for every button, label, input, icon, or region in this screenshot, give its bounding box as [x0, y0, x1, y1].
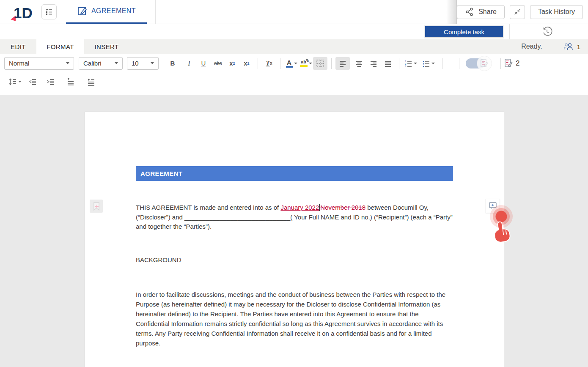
- borders-button[interactable]: [313, 57, 327, 70]
- borders-icon: [316, 59, 324, 68]
- spacing-before-button[interactable]: [63, 75, 78, 88]
- underline-glyph: U: [201, 60, 206, 67]
- font-family-value: Calibri: [83, 60, 102, 67]
- document-title-bar: AGREEMENT: [136, 166, 453, 181]
- clear-formatting-x: x: [270, 61, 272, 66]
- toolbar-divider: [280, 58, 280, 69]
- tab-edit[interactable]: EDIT: [0, 39, 36, 54]
- tab-insert[interactable]: INSERT: [84, 39, 129, 54]
- numbered-list-button[interactable]: 123: [403, 57, 418, 70]
- history-button[interactable]: [541, 25, 553, 38]
- toolbar-divider: [500, 58, 501, 69]
- text-color-glyph: A: [287, 59, 291, 66]
- superscript-button[interactable]: x2: [225, 57, 239, 70]
- line-spacing-button[interactable]: [8, 75, 22, 88]
- clear-formatting-button[interactable]: Tx: [262, 57, 276, 70]
- status-text: Ready.: [521, 43, 542, 50]
- task-history-button[interactable]: Task History: [530, 5, 583, 19]
- complete-task-button[interactable]: Complete task: [425, 26, 503, 38]
- paragraph-intro[interactable]: THIS AGREEMENT is made and entered into …: [136, 203, 453, 232]
- paragraph-background[interactable]: In order to facilitate discussions, meet…: [136, 290, 453, 348]
- add-bookmark-button[interactable]: [90, 200, 103, 213]
- strikethrough-glyph: abc: [214, 60, 222, 66]
- bold-button[interactable]: B: [165, 57, 180, 70]
- line-spacing-icon: [8, 77, 17, 86]
- tracked-insertion[interactable]: January 2022: [280, 204, 319, 211]
- track-changes-count: 2: [516, 59, 519, 68]
- top-bar: 1D AGREEMENT Share: [0, 0, 588, 24]
- outdent-button[interactable]: [25, 75, 40, 88]
- share-icon: [465, 7, 474, 16]
- edit-document-icon: [77, 6, 87, 16]
- share-button[interactable]: Share: [457, 5, 505, 19]
- font-size-select[interactable]: 10: [127, 57, 159, 70]
- bullet-list-button[interactable]: [421, 57, 435, 70]
- text-color-swatch: [286, 66, 293, 68]
- subscript-glyph: x: [244, 60, 247, 67]
- toolbar-divider: [331, 58, 332, 69]
- documill-logo: 1D: [9, 3, 35, 21]
- task-list-button[interactable]: [41, 4, 57, 19]
- italic-button[interactable]: I: [182, 57, 196, 70]
- document-page[interactable]: AGREEMENT THIS AGREEMENT is made and ent…: [85, 112, 504, 367]
- text-color-button[interactable]: A: [284, 57, 299, 70]
- bold-glyph: B: [170, 60, 175, 67]
- add-comment-icon: [488, 201, 497, 211]
- status-area: Ready. 1: [521, 43, 588, 50]
- history-icon: [541, 26, 552, 37]
- add-comment-button[interactable]: [486, 199, 500, 213]
- document-tab-agreement[interactable]: AGREEMENT: [66, 0, 147, 24]
- toolbar-divider: [258, 58, 258, 69]
- tab-format-label: FORMAT: [47, 43, 74, 50]
- align-right-icon: [369, 59, 378, 68]
- tab-insert-label: INSERT: [94, 43, 118, 50]
- toolbar-divider: [442, 58, 442, 69]
- svg-text:1D: 1D: [14, 5, 33, 21]
- track-changes-icon: [505, 59, 513, 68]
- track-changes-list-button[interactable]: 2: [505, 57, 519, 70]
- user-count: 1: [577, 43, 580, 50]
- superscript-exp: 2: [233, 61, 235, 66]
- superscript-glyph: x: [230, 60, 233, 67]
- actionbar-separator: [509, 24, 510, 39]
- collapse-button[interactable]: [510, 5, 525, 19]
- topbar-separator: [155, 0, 156, 24]
- paragraph-style-value: Normal: [9, 60, 29, 67]
- align-justify-button[interactable]: [381, 57, 395, 70]
- users-icon[interactable]: [563, 43, 574, 50]
- align-left-button[interactable]: [335, 57, 350, 70]
- font-family-select[interactable]: Calibri: [79, 57, 123, 70]
- strikethrough-button[interactable]: abc: [211, 57, 225, 70]
- document-tab-label: AGREEMENT: [91, 7, 136, 15]
- format-toolbar: Normal Calibri 10 B I U abc x2 x2 Tx A: [0, 54, 588, 73]
- align-center-button[interactable]: [352, 57, 366, 70]
- align-center-icon: [355, 59, 363, 68]
- chevron-down-icon: [115, 62, 118, 64]
- bullet-list-icon: [422, 59, 430, 68]
- svg-text:3: 3: [405, 65, 407, 68]
- outdent-icon: [28, 77, 37, 86]
- toolbar-divider: [459, 58, 459, 69]
- chevron-down-icon: [431, 63, 435, 64]
- first-line-indent-button[interactable]: [84, 75, 98, 88]
- indent-icon: [46, 77, 55, 86]
- highlight-color-button[interactable]: ab✎: [299, 57, 313, 70]
- spacing-before-icon: [66, 77, 75, 86]
- paragraph-style-select[interactable]: Normal: [4, 57, 74, 70]
- subscript-sub: 2: [247, 61, 249, 66]
- align-right-button[interactable]: [366, 57, 381, 70]
- task-list-icon: [45, 8, 53, 16]
- indent-button[interactable]: [43, 75, 58, 88]
- p1-blank-line: ______________________________: [184, 214, 290, 221]
- chevron-down-icon: [66, 62, 69, 64]
- tab-format[interactable]: FORMAT: [36, 39, 84, 54]
- panel-shadow: [446, 0, 457, 24]
- complete-task-label: Complete task: [444, 28, 484, 36]
- document-area: AGREEMENT THIS AGREEMENT is made and ent…: [0, 95, 588, 367]
- track-changes-toggle[interactable]: [466, 58, 485, 68]
- track-changes-icon: [481, 59, 488, 68]
- subscript-button[interactable]: x2: [239, 57, 254, 70]
- tracked-deletion[interactable]: November 2018: [320, 204, 365, 211]
- collapse-icon: [514, 8, 521, 16]
- underline-button[interactable]: U: [196, 57, 211, 70]
